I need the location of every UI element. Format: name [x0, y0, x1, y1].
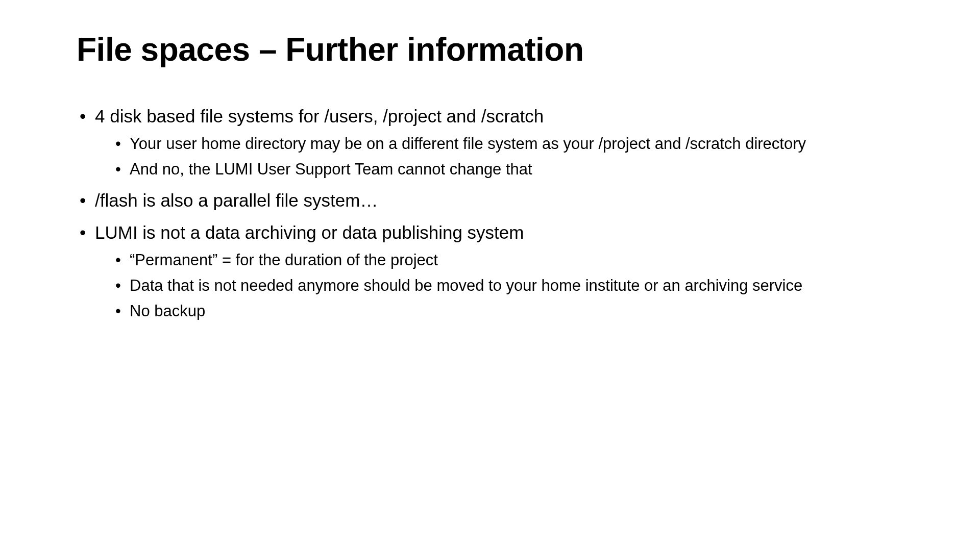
bullet-text: /flash is also a parallel file system…	[95, 190, 378, 210]
bullet-list-level2: “Permanent” = for the duration of the pr…	[95, 249, 903, 322]
sub-bullet-text: No backup	[130, 302, 205, 320]
bullet-item: LUMI is not a data archiving or data pub…	[77, 220, 903, 322]
slide-container: File spaces – Further information 4 disk…	[0, 0, 980, 551]
bullet-list-level1: 4 disk based file systems for /users, /p…	[77, 104, 903, 322]
sub-bullet-text: And no, the LUMI User Support Team canno…	[130, 160, 532, 178]
sub-bullet-item: And no, the LUMI User Support Team canno…	[112, 159, 903, 180]
sub-bullet-item: No backup	[112, 300, 903, 322]
bullet-item: /flash is also a parallel file system…	[77, 188, 903, 212]
sub-bullet-text: Data that is not needed anymore should b…	[130, 277, 802, 294]
sub-bullet-text: “Permanent” = for the duration of the pr…	[130, 251, 438, 269]
bullet-list-level2: Your user home directory may be on a dif…	[95, 133, 903, 180]
sub-bullet-item: Data that is not needed anymore should b…	[112, 275, 903, 296]
bullet-item: 4 disk based file systems for /users, /p…	[77, 104, 903, 180]
slide-title: File spaces – Further information	[77, 31, 903, 68]
bullet-text: 4 disk based file systems for /users, /p…	[95, 106, 544, 126]
bullet-text: LUMI is not a data archiving or data pub…	[95, 222, 524, 242]
sub-bullet-item: Your user home directory may be on a dif…	[112, 133, 903, 155]
sub-bullet-text: Your user home directory may be on a dif…	[130, 135, 806, 153]
sub-bullet-item: “Permanent” = for the duration of the pr…	[112, 249, 903, 271]
